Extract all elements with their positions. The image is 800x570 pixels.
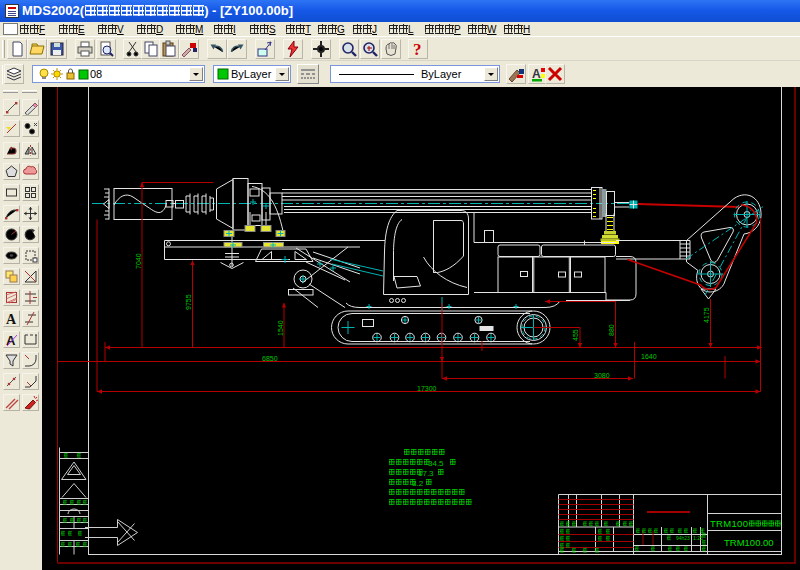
svg-text:880: 880 (608, 324, 615, 336)
svg-text:A: A (532, 67, 541, 81)
svg-text:17.3: 17.3 (418, 469, 434, 478)
svg-text:1640: 1640 (641, 353, 657, 360)
svg-text:7040: 7040 (135, 253, 142, 269)
svg-text:1540: 1540 (277, 320, 284, 336)
svg-text:TRM100: TRM100 (710, 518, 748, 529)
svg-text:9755: 9755 (185, 294, 192, 310)
svg-text:3.2: 3.2 (412, 479, 424, 488)
svg-text:34.5: 34.5 (428, 459, 444, 468)
svg-text:TRM100.00: TRM100.00 (724, 537, 774, 548)
svg-text:A: A (6, 312, 17, 326)
svg-text:94h23: 94h23 (676, 535, 690, 541)
svg-text:1:25: 1:25 (693, 535, 703, 541)
svg-text:4175: 4175 (703, 307, 710, 323)
svg-text:455: 455 (572, 329, 579, 341)
svg-text:3080: 3080 (594, 372, 610, 379)
svg-text:17300: 17300 (417, 385, 437, 392)
svg-text:?: ? (413, 40, 422, 58)
svg-text:6850: 6850 (262, 355, 278, 362)
